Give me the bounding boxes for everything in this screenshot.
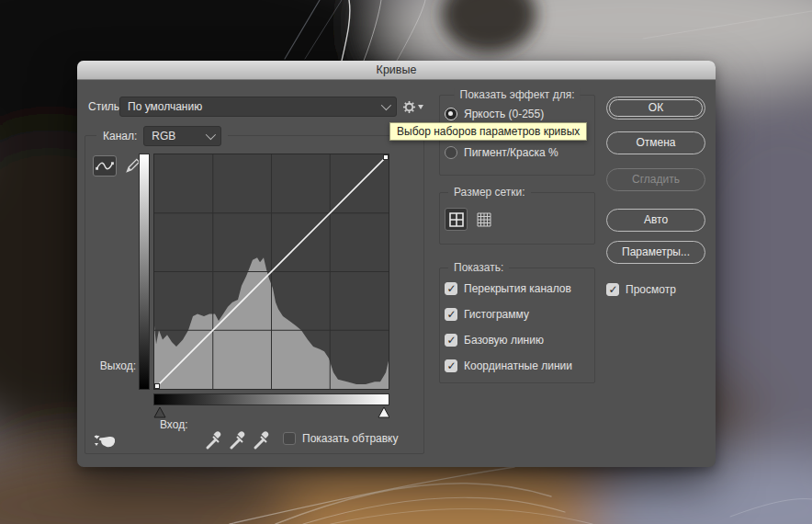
radio-icon[interactable] — [445, 146, 457, 159]
dialog-title: Кривые — [377, 63, 417, 76]
small-caret-icon — [418, 105, 423, 109]
eyedropper-icon — [205, 428, 223, 450]
effect-group-title: Показать эффект для: — [455, 88, 581, 101]
eyedropper-icon — [229, 428, 247, 450]
chevron-down-icon — [381, 100, 391, 110]
curves-dialog: Кривые Стиль: По умолчанию Выбор наборов… — [77, 61, 716, 467]
targeted-adjustment-tool-button[interactable] — [92, 430, 118, 450]
eyedropper-icon — [253, 428, 271, 450]
input-gradient-bar — [153, 393, 389, 405]
show-clipping-label: Показать обтравку — [302, 432, 399, 445]
output-label: Выход: — [85, 359, 136, 372]
black-point-eyedropper-button[interactable] — [205, 428, 223, 450]
input-label: Вход: — [160, 418, 187, 431]
show-clipping-checkbox[interactable]: Показать обтравку — [283, 432, 399, 445]
large-grid-icon — [449, 212, 464, 227]
preview-checkbox[interactable]: Просмотр — [606, 283, 676, 296]
black-point-slider[interactable] — [154, 407, 165, 417]
checkbox-label: Перекрытия каналов — [464, 282, 571, 295]
auto-button[interactable]: Авто — [606, 209, 705, 232]
radio-brightness[interactable]: Яркость (0-255) — [445, 108, 544, 120]
output-gradient-bar — [139, 154, 150, 390]
checkbox-label: Базовую линию — [464, 334, 544, 347]
fine-grid-button[interactable] — [472, 208, 495, 231]
style-dropdown-value: По умолчанию — [128, 100, 376, 113]
radio-label: Пигмент/Краска % — [464, 146, 558, 159]
show-intersection-lines-checkbox[interactable]: Координатные линии — [445, 359, 572, 372]
white-point-eyedropper-button[interactable] — [253, 428, 271, 450]
options-button[interactable]: Параметры... — [606, 241, 705, 264]
fine-grid-icon — [477, 212, 491, 227]
show-group-title: Показать: — [448, 261, 509, 274]
preview-label: Просмотр — [626, 283, 676, 296]
checkbox-icon[interactable] — [283, 432, 296, 445]
curve-plot-area[interactable] — [153, 154, 389, 390]
white-point-slider[interactable] — [378, 407, 389, 417]
channel-dropdown-value: RGB — [152, 130, 200, 142]
checkbox-label: Координатные линии — [464, 359, 572, 372]
grid-size-title: Размер сетки: — [448, 186, 531, 199]
gray-point-eyedropper-button[interactable] — [229, 428, 247, 450]
curve-icon — [95, 159, 115, 173]
input-sliders — [153, 405, 389, 418]
show-histogram-checkbox[interactable]: Гистограмму — [445, 308, 529, 321]
preset-options-button[interactable] — [400, 97, 425, 117]
smooth-button[interactable]: Сгладить — [606, 168, 705, 191]
checkbox-icon[interactable] — [445, 308, 457, 321]
radio-pigment[interactable]: Пигмент/Краска % — [445, 146, 558, 159]
point-curve-tool-button[interactable] — [93, 155, 117, 177]
chevron-down-icon — [206, 130, 216, 140]
checkbox-icon[interactable] — [445, 359, 457, 372]
checkbox-icon[interactable] — [445, 334, 457, 347]
hand-pointer-icon — [92, 430, 118, 450]
style-label: Стиль: — [88, 100, 122, 113]
gear-icon — [402, 100, 416, 114]
curve-histogram-chart[interactable] — [154, 154, 389, 389]
large-grid-button[interactable] — [445, 208, 468, 231]
show-channel-overlays-checkbox[interactable]: Перекрытия каналов — [445, 282, 571, 295]
tooltip: Выбор наборов параметров кривых — [389, 122, 587, 141]
style-dropdown[interactable]: По умолчанию — [119, 97, 397, 117]
show-baseline-checkbox[interactable]: Базовую линию — [445, 334, 544, 347]
checkbox-label: Гистограмму — [464, 308, 529, 321]
radio-icon[interactable] — [445, 108, 457, 120]
checkbox-icon[interactable] — [445, 282, 457, 295]
cancel-button[interactable]: Отмена — [606, 131, 705, 154]
radio-label: Яркость (0-255) — [464, 108, 544, 120]
ok-button[interactable]: ОК — [606, 97, 705, 120]
channel-dropdown[interactable]: RGB — [143, 126, 221, 146]
channel-label: Канал: — [103, 130, 137, 142]
checkbox-icon[interactable] — [606, 283, 619, 296]
dialog-titlebar[interactable]: Кривые — [77, 61, 716, 80]
